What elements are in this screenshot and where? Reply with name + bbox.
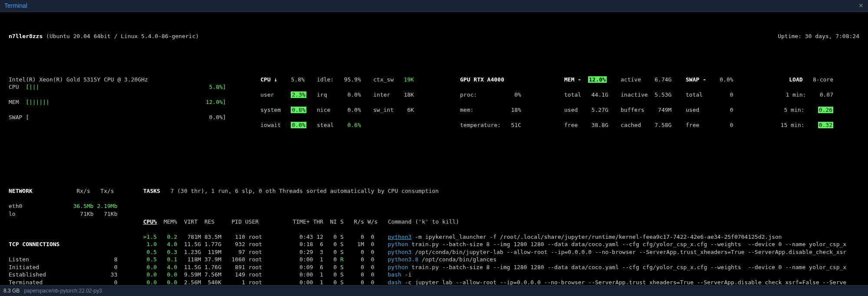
- user-l: user: [260, 91, 274, 98]
- status-bar: 8.3 GB paperspace/nb-pytorch:22.02-py3: [0, 285, 868, 296]
- col-rs[interactable]: R/s: [354, 218, 364, 225]
- swap-bar-val: 0.0%]: [209, 114, 226, 120]
- col-mem[interactable]: MEM%: [164, 218, 177, 225]
- col-cmd[interactable]: Command ('k' to kill): [388, 218, 459, 225]
- col-thr[interactable]: THR: [313, 218, 323, 225]
- mem-used-v: 5.27G: [592, 107, 608, 113]
- network-header: NETWORK: [9, 188, 33, 194]
- load-1-l: 1 min:: [786, 91, 806, 98]
- col-time[interactable]: TIME+: [293, 218, 309, 225]
- tcp-header: TCP CONNECTIONS: [9, 241, 59, 247]
- iowait-l: iowait: [260, 122, 281, 128]
- gpu-temp-l: temperature:: [460, 122, 501, 128]
- steal-v: 0.6%: [347, 122, 361, 128]
- swap-bar-label: SWAP: [9, 114, 22, 120]
- swap-free-l: free: [686, 122, 699, 128]
- cpu-model: Intel(R) Xeon(R) Gold 5315Y CPU @ 3.20GH…: [9, 76, 148, 83]
- gpu-temp-v: 51C: [511, 122, 521, 128]
- task-row[interactable]: 1.0 4.0 11.5G 1.77G 932 root 0:18 6 0 S …: [143, 241, 855, 248]
- left-panel: NETWORK Rx/s Tx/s eth0 36.5Mb 2.19Mblo 7…: [9, 180, 143, 296]
- terminal-body[interactable]: n7ller8zzs (Ubuntu 20.04 64bit / Linux 5…: [0, 12, 868, 296]
- mem-header: MEM -: [564, 76, 581, 83]
- host-line: n7ller8zzs (Ubuntu 20.04 64bit / Linux 5…: [9, 33, 859, 40]
- idle-v: 95.9%: [344, 76, 361, 83]
- gpu-mem-v: 18%: [511, 107, 521, 113]
- mem-cached-v: 7.58G: [654, 122, 671, 128]
- load-core: 8-core: [813, 76, 833, 83]
- gpu-mem-l: mem:: [460, 107, 473, 113]
- col-pid[interactable]: PID: [232, 218, 242, 225]
- swap-total-l: total: [686, 91, 703, 98]
- mem-pct: 12.0%: [588, 76, 607, 83]
- ctx-v: 19K: [404, 76, 414, 83]
- swap-used-v: 0: [730, 107, 733, 113]
- swap-used-l: used: [686, 107, 699, 113]
- tasks-header: TASKS: [143, 188, 160, 194]
- load-5-v: 0.26: [818, 107, 833, 113]
- col-user[interactable]: USER: [245, 218, 259, 225]
- col-virt[interactable]: VIRT: [184, 218, 197, 225]
- swap-pct: 0.0%: [720, 76, 733, 83]
- mem-buffers-l: buffers: [621, 107, 644, 113]
- mem-inactive-v: 5.53G: [654, 91, 671, 98]
- tasks-summary: 7 (30 thr), 1 run, 6 slp, 0 oth Threads …: [171, 188, 439, 194]
- network-row: lo 71Kb 71Kb: [9, 210, 143, 218]
- gpu-proc-v: 0%: [514, 91, 521, 98]
- mem-bar-label: MEM: [9, 99, 19, 105]
- middle-row: NETWORK Rx/s Tx/s eth0 36.5Mb 2.19Mblo 7…: [9, 180, 859, 296]
- mem-bar: [||||||: [26, 99, 49, 105]
- cpu-header: CPU ↓: [260, 76, 277, 83]
- task-row[interactable]: 0.5 0.3 1.23G 119M 97 root 0:29 3 0 S 0 …: [143, 248, 855, 256]
- terminal-titlebar: Terminal ✕: [0, 0, 868, 12]
- col-cpu[interactable]: CPU%: [143, 218, 157, 225]
- top-stats: Intel(R) Xeon(R) Gold 5315Y CPU @ 3.20GH…: [9, 68, 859, 137]
- tx-h: Tx/s: [100, 188, 114, 194]
- col-res[interactable]: RES: [204, 218, 214, 225]
- uptime: Uptime: 30 days, 7:08:24: [778, 33, 859, 40]
- mem-bar-val: 12.0%]: [206, 99, 226, 105]
- task-row[interactable]: 0.5 0.1 118M 37.9M 1060 root 0:00 1 0 R …: [143, 256, 855, 263]
- col-s[interactable]: S: [340, 218, 344, 225]
- tcp-row: Initiated 0: [9, 263, 143, 271]
- swap-total-v: 0: [730, 91, 733, 98]
- ctx-l: ctx_sw: [373, 76, 394, 83]
- task-row[interactable]: >1.5 0.2 781M 83.5M 110 root 0:43 12 0 S…: [143, 233, 855, 241]
- irq-v: 0.0%: [347, 91, 361, 98]
- load-header: LOAD: [789, 76, 802, 83]
- mem-buffers-v: 749M: [658, 107, 671, 113]
- gpu-proc-l: proc:: [460, 91, 477, 98]
- swap-free-v: 0: [730, 122, 733, 128]
- cpu-bar-label: CPU: [9, 84, 19, 90]
- task-row[interactable]: 0.0 0.0 9.59M 7.56M 149 root 0:00 1 0 S …: [143, 271, 855, 279]
- host-desc: (Ubuntu 20.04 64bit / Linux 5.4.0-86-gen…: [46, 33, 199, 39]
- titlebar-label: Terminal: [4, 2, 27, 10]
- mem-total-v: 44.1G: [592, 91, 608, 98]
- nice-v: 0.0%: [347, 107, 361, 113]
- mem-active-v: 6.74G: [654, 76, 671, 83]
- swap-bar: [: [26, 114, 29, 120]
- mem-active-l: active: [621, 76, 641, 83]
- gpu-header: GPU RTX A4000: [460, 76, 504, 83]
- steal-l: steal: [317, 122, 334, 128]
- cpu-bar: [|||: [26, 84, 39, 90]
- hostname: n7ller8zzs: [9, 33, 43, 39]
- mem-free-l: free: [564, 122, 578, 128]
- close-icon[interactable]: ✕: [858, 2, 864, 10]
- col-ni[interactable]: NI: [330, 218, 337, 225]
- col-ws[interactable]: W/s: [368, 218, 378, 225]
- network-row: eth0 36.5Mb 2.19Mb: [9, 202, 143, 210]
- tcp-row: Established 33: [9, 271, 143, 279]
- tcp-row: Listen 8: [9, 256, 143, 263]
- idle-l: idle:: [317, 76, 334, 83]
- rx-h: Rx/s: [77, 188, 90, 194]
- status-image: paperspace/nb-pytorch:22.02-py3: [24, 288, 102, 294]
- swint-l: sw_int: [373, 107, 394, 113]
- irq-l: irq: [317, 91, 327, 98]
- task-row[interactable]: 0.0 4.0 11.5G 1.76G 891 root 0:09 6 0 S …: [143, 263, 855, 271]
- iowait-v: 0.0%: [291, 122, 306, 128]
- system-v: 0.8%: [291, 107, 306, 113]
- tasks-panel: TASKS 7 (30 thr), 1 run, 6 slp, 0 oth Th…: [143, 180, 855, 296]
- mem-inactive-l: inactive: [621, 91, 648, 98]
- inter-v: 18K: [404, 91, 414, 98]
- status-size: 8.3 GB: [3, 288, 20, 294]
